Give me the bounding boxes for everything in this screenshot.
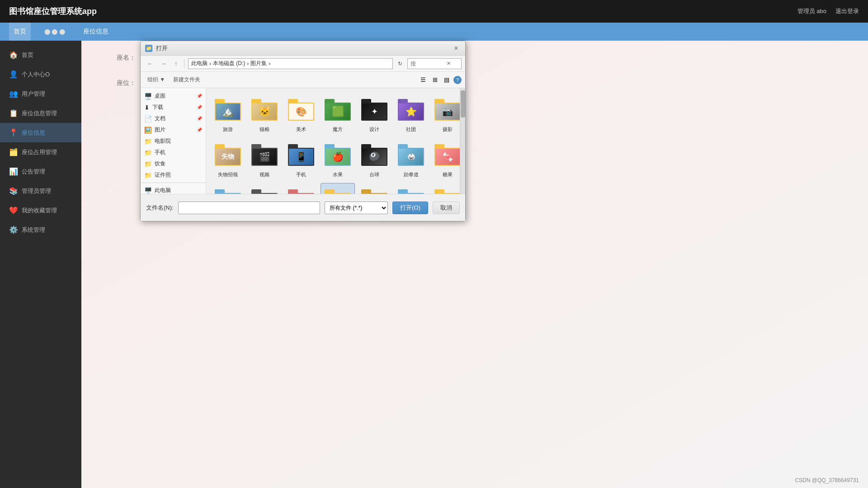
sidebar-item-profile[interactable]: 👤 个人中心O	[0, 65, 81, 84]
dialog-titlebar: 📁 打开 ×	[141, 41, 465, 56]
nav-item-downloads-label: 下载	[152, 103, 163, 111]
folder-shuiguo[interactable]: 🍎 水果	[321, 138, 355, 181]
admin-label: 管理员 abo	[797, 7, 826, 15]
nav-item-this-pc[interactable]: 🖥️ 此电脑	[141, 185, 206, 194]
filename-input[interactable]	[178, 202, 321, 214]
logout-button[interactable]: 退出登录	[835, 7, 859, 15]
dialog-body: 🖥️ 桌面 📌 ⬇ 下载 📌 📄 文档 📌	[141, 88, 465, 194]
folder-luyou[interactable]: 🏔️ 旅游	[211, 93, 245, 136]
new-folder-label: 新建文件夹	[173, 76, 200, 84]
folder-shipin[interactable]: 🎬 视频	[247, 138, 282, 181]
folder-shouji[interactable]: 📱 手机	[284, 138, 318, 181]
open-button[interactable]: 打开(O)	[392, 202, 428, 214]
folder-sheji-thumb: ✦	[360, 95, 389, 124]
folder-tangguo-label: 糖果	[443, 171, 453, 178]
folder-sheji-label: 设计	[369, 126, 379, 133]
dialog-close-button[interactable]: ×	[452, 44, 461, 53]
folder-mofang[interactable]: 🟩 魔方	[321, 93, 355, 136]
refresh-button[interactable]: ↻	[395, 58, 406, 69]
folder-shiwu[interactable]: 失物 失物招领	[211, 138, 245, 181]
nav-item-desktop[interactable]: 🖥️ 桌面 📌	[141, 90, 206, 102]
pin-icon-download: 📌	[197, 105, 202, 110]
favorites-icon: ❤️	[9, 206, 18, 215]
filename-label: 文件名(N):	[146, 204, 174, 212]
folder-sheying[interactable]: 📷 摄影	[430, 93, 460, 136]
folder-toupiao[interactable]: 🗳️ 投票	[284, 183, 318, 194]
organize-button[interactable]: 组织 ▼	[144, 75, 168, 85]
top-bar-right: 管理员 abo 退出登录	[797, 7, 859, 15]
search-input[interactable]	[410, 61, 447, 67]
filetype-select[interactable]: 所有文件 (*.*)	[325, 202, 388, 214]
nav-item-downloads[interactable]: ⬇ 下载 📌	[141, 102, 206, 113]
nav-item-seatinfo[interactable]: 座位信息	[79, 23, 113, 41]
folder-shuiguo-label: 水果	[333, 171, 343, 178]
address-arrow-1: ›	[209, 61, 211, 67]
folder-taekwondo[interactable]: 🥋 跆拳道	[394, 138, 428, 181]
toolbar-separator-1	[184, 59, 184, 68]
folder-tushu[interactable]: 📚 图书	[357, 183, 392, 194]
nav-item-food[interactable]: 📁 饮食	[141, 158, 206, 169]
back-button[interactable]: ←	[144, 58, 156, 69]
address-bar[interactable]: 此电脑 › 本地磁盘 (D:) › 图片集 ›	[188, 58, 393, 69]
nav-item-phone[interactable]: 📁 手机	[141, 147, 206, 158]
view-detail-button[interactable]: ▤	[442, 75, 452, 85]
folder-turang[interactable]: 🌱 土壤	[430, 183, 460, 194]
sidebar-item-admin[interactable]: 📚 管理员管理	[0, 181, 81, 201]
new-folder-button[interactable]: 新建文件夹	[170, 75, 203, 85]
up-button[interactable]: ↑	[171, 58, 180, 69]
folder-sheji[interactable]: ✦ 设计	[357, 93, 392, 136]
cancel-button[interactable]: 取消	[433, 202, 460, 214]
folder-shetuan[interactable]: ⭐ 社团	[394, 93, 428, 136]
nav-item-phone-label: 手机	[155, 149, 165, 156]
scrollbar-thumb	[461, 90, 465, 117]
folder-tupian-thumb	[323, 186, 352, 194]
search-clear-icon[interactable]: ✕	[447, 61, 451, 66]
folder-sheying-thumb: 📷	[433, 95, 460, 124]
folder-miaoliang[interactable]: 🐱 猫粮	[247, 93, 282, 136]
sidebar-item-system[interactable]: ⚙️ 系统管理	[0, 220, 81, 239]
pin-icon-pictures: 📌	[197, 127, 202, 132]
sidebar-item-favorites[interactable]: ❤️ 我的收藏管理	[0, 201, 81, 220]
folder-tushuguan[interactable]: 🏛️ 图书馆	[394, 183, 428, 194]
sidebar-item-home-label: 首页	[22, 51, 33, 59]
person-icon: 👤	[9, 70, 18, 79]
folder-shetuan-thumb: ⭐	[396, 95, 425, 124]
folder-sheying-label: 摄影	[443, 126, 453, 133]
document-icon: 📄	[144, 115, 152, 122]
sidebar-item-seat-info[interactable]: 📍 座位信息	[0, 123, 81, 142]
forward-button[interactable]: →	[158, 58, 170, 69]
folder-taekwondo-thumb: 🥋	[396, 141, 425, 169]
folder-tangguo[interactable]: 🍬 糖果	[430, 138, 460, 181]
users-icon: 👥	[9, 89, 18, 98]
help-button[interactable]: ?	[453, 76, 462, 84]
sidebar-item-users[interactable]: 👥 用户管理	[0, 84, 81, 103]
view-list-button[interactable]: ☰	[418, 75, 428, 85]
sidebar-item-seat-management[interactable]: 📋 座位信息管理	[0, 103, 81, 123]
folder-tiyuguan[interactable]: 🏟️ 体育馆	[211, 183, 245, 194]
sidebar-item-home[interactable]: 🏠 首页	[0, 45, 81, 65]
folder-taqiu-label: 台球	[369, 171, 379, 178]
folder-turang-thumb: 🌱	[433, 186, 460, 194]
pictures-icon: 🖼️	[144, 127, 152, 134]
folder-tupian[interactable]: 图片	[321, 183, 355, 194]
nav-item-pictures[interactable]: 🖼️ 图片 📌	[141, 124, 206, 136]
desktop-icon: 🖥️	[144, 93, 152, 100]
nav-item-home[interactable]: 首页	[9, 23, 31, 41]
sidebar-item-announcement[interactable]: 📊 公告管理	[0, 162, 81, 181]
address-arrow-3: ›	[269, 61, 270, 67]
folder-meishu[interactable]: 🎨 美术	[284, 93, 318, 136]
file-scrollbar[interactable]	[460, 88, 465, 194]
sidebar-item-seat-usage[interactable]: 🗂️ 座位占用管理	[0, 142, 81, 162]
dialog-bottom: 文件名(N): 所有文件 (*.*) 打开(O) 取消	[141, 194, 465, 221]
folder-taqiu[interactable]: 🎱 台球	[357, 138, 392, 181]
nav-item-movies[interactable]: 📁 电影院	[141, 136, 206, 147]
folder-miaoliang-label: 猫粮	[259, 126, 269, 133]
folder-tiyuyongpin[interactable]: 🏋️ 体育用品	[247, 183, 282, 194]
nav-item-documents[interactable]: 📄 文档 📌	[141, 113, 206, 124]
view-grid-button[interactable]: ⊞	[430, 75, 440, 85]
nav-item-pictures-label: 图片	[155, 126, 165, 134]
folder-shuiguo-thumb: 🍎	[323, 141, 352, 169]
folder-shiwu-label: 失物招领	[218, 171, 238, 178]
nav-item-id-photo[interactable]: 📁 证件照	[141, 169, 206, 181]
dialog-title-text: 打开	[156, 44, 168, 52]
